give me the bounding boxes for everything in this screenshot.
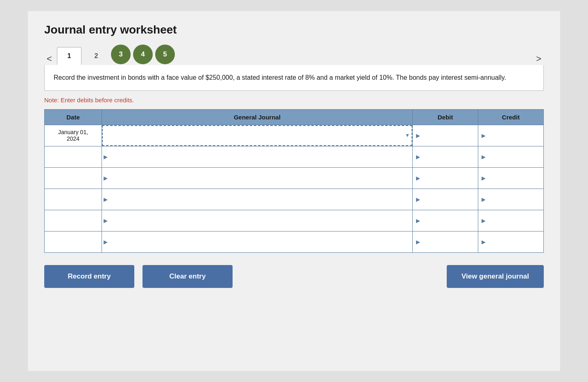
prev-arrow[interactable]: < <box>44 54 54 63</box>
journal-cell-1[interactable]: ▼ <box>102 125 413 146</box>
debit-input-4[interactable] <box>413 189 478 210</box>
journal-cell-2[interactable]: ▶ <box>102 146 413 167</box>
tab-4[interactable]: 4 <box>133 45 153 64</box>
header-credit: Credit <box>478 109 544 125</box>
table-row: January 01,2024 ▼ ▶ ▶ <box>45 125 544 146</box>
view-general-journal-button[interactable]: View general journal <box>447 265 544 288</box>
credit-arrow-5: ▶ <box>482 218 486 224</box>
header-journal: General Journal <box>102 109 413 125</box>
header-debit: Debit <box>413 109 478 125</box>
journal-arrow-6: ▶ <box>104 239 108 245</box>
credit-arrow-2: ▶ <box>482 154 486 160</box>
debit-cell-4[interactable]: ▶ <box>413 189 478 210</box>
credit-arrow-6: ▶ <box>482 239 486 245</box>
debit-input-5[interactable] <box>413 210 478 231</box>
debit-arrow-1: ▶ <box>416 133 420 139</box>
journal-input-6[interactable] <box>102 231 412 252</box>
button-row: Record entry Clear entry View general jo… <box>44 265 544 288</box>
record-entry-button[interactable]: Record entry <box>44 265 134 288</box>
credit-cell-6[interactable]: ▶ <box>478 231 544 252</box>
journal-input-2[interactable] <box>102 146 412 167</box>
credit-cell-1[interactable]: ▶ <box>478 125 544 146</box>
table-row: ▶ ▶ ▶ <box>45 189 544 210</box>
table-row: ▶ ▶ ▶ <box>45 231 544 252</box>
journal-input-3[interactable] <box>102 168 412 189</box>
credit-input-3[interactable] <box>478 168 543 189</box>
debit-cell-3[interactable]: ▶ <box>413 167 478 189</box>
table-row: ▶ ▶ ▶ <box>45 167 544 189</box>
credit-cell-2[interactable]: ▶ <box>478 146 544 167</box>
table-row: ▶ ▶ ▶ <box>45 146 544 167</box>
date-cell-1: January 01,2024 <box>45 125 102 146</box>
credit-input-4[interactable] <box>478 189 543 210</box>
date-cell-6 <box>45 231 102 252</box>
credit-input-6[interactable] <box>478 231 543 252</box>
journal-cell-3[interactable]: ▶ <box>102 167 413 189</box>
debit-cell-2[interactable]: ▶ <box>413 146 478 167</box>
credit-input-2[interactable] <box>478 146 543 167</box>
journal-input-5[interactable] <box>102 210 412 231</box>
journal-cell-5[interactable]: ▶ <box>102 210 413 231</box>
credit-arrow-4: ▶ <box>482 196 486 202</box>
clear-entry-button[interactable]: Clear entry <box>142 265 233 288</box>
journal-arrow-4: ▶ <box>104 196 108 202</box>
debit-cell-6[interactable]: ▶ <box>413 231 478 252</box>
debit-input-3[interactable] <box>413 168 478 189</box>
next-arrow[interactable]: > <box>534 54 544 63</box>
date-cell-5 <box>45 210 102 231</box>
journal-cell-4[interactable]: ▶ <box>102 189 413 210</box>
debit-arrow-3: ▶ <box>416 175 420 181</box>
debit-cell-1[interactable]: ▶ <box>413 125 478 146</box>
debit-cell-5[interactable]: ▶ <box>413 210 478 231</box>
journal-arrow-5: ▶ <box>104 218 108 224</box>
page-title: Journal entry worksheet <box>44 23 544 36</box>
credit-cell-4[interactable]: ▶ <box>478 189 544 210</box>
credit-arrow-3: ▶ <box>482 175 486 181</box>
journal-arrow-3: ▶ <box>104 175 108 181</box>
credit-input-1[interactable] <box>478 125 543 146</box>
journal-cell-6[interactable]: ▶ <box>102 231 413 252</box>
debit-input-2[interactable] <box>413 146 478 167</box>
journal-arrow-2: ▶ <box>104 154 108 160</box>
date-cell-3 <box>45 167 102 189</box>
journal-input-1[interactable] <box>102 125 412 146</box>
journal-table: Date General Journal Debit Credit Januar… <box>44 109 544 253</box>
credit-input-5[interactable] <box>478 210 543 231</box>
date-cell-4 <box>45 189 102 210</box>
description-box: Record the investment in bonds with a fa… <box>44 65 544 91</box>
note-text: Note: Enter debits before credits. <box>44 97 544 103</box>
main-container: Journal entry worksheet < 1 2 3 4 5 > Re… <box>28 11 560 371</box>
tab-1[interactable]: 1 <box>57 47 81 65</box>
header-date: Date <box>45 109 102 125</box>
tab-navigation: < 1 2 3 4 5 > <box>44 45 544 65</box>
tab-3[interactable]: 3 <box>111 45 131 64</box>
description-text: Record the investment in bonds with a fa… <box>54 74 506 81</box>
date-cell-2 <box>45 146 102 167</box>
debit-arrow-2: ▶ <box>416 154 420 160</box>
tab-5[interactable]: 5 <box>155 45 175 64</box>
tab-2[interactable]: 2 <box>84 47 109 65</box>
credit-arrow-1: ▶ <box>482 133 486 139</box>
credit-cell-3[interactable]: ▶ <box>478 167 544 189</box>
debit-arrow-6: ▶ <box>416 239 420 245</box>
credit-cell-5[interactable]: ▶ <box>478 210 544 231</box>
journal-input-4[interactable] <box>102 189 412 210</box>
debit-arrow-5: ▶ <box>416 218 420 224</box>
table-row: ▶ ▶ ▶ <box>45 210 544 231</box>
debit-arrow-4: ▶ <box>416 196 420 202</box>
debit-input-1[interactable] <box>413 125 478 146</box>
debit-input-6[interactable] <box>413 231 478 252</box>
